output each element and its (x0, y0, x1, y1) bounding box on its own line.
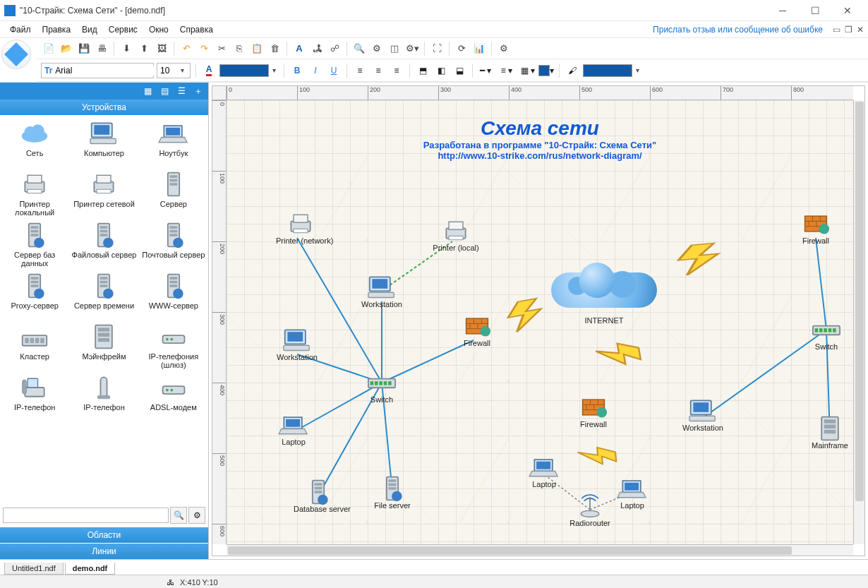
paste-button[interactable]: 📋 (249, 41, 265, 56)
node-radiorouter[interactable]: Radiorouter (565, 492, 615, 527)
mdi-restore-icon[interactable]: ❐ (845, 25, 852, 35)
node-laptop2[interactable]: Laptop (519, 453, 569, 488)
export-button[interactable]: ⬆ (136, 41, 152, 56)
device-cluster[interactable]: Кластер (0, 321, 69, 372)
new-button[interactable]: 📄 (41, 41, 56, 56)
tab-untitled[interactable]: Untitled1.ndf (4, 563, 64, 575)
device-adsl[interactable]: ADSL-модем (139, 372, 208, 423)
font-name-input[interactable] (55, 66, 161, 76)
node-laptop1[interactable]: Laptop (269, 411, 318, 446)
device-server[interactable]: Сервер (139, 169, 208, 220)
delete-button[interactable]: 🗑 (267, 41, 282, 56)
sidebar-header-areas[interactable]: Области (0, 527, 208, 543)
redo-button[interactable]: ↷ (196, 41, 212, 56)
node-ws2[interactable]: Workstation (272, 326, 322, 361)
mdi-minimize-icon[interactable]: ▭ (833, 25, 840, 35)
line-color-picker[interactable]: ▾ (583, 63, 642, 78)
device-timeserver[interactable]: Сервер времени (69, 270, 138, 321)
node-printer_net[interactable]: Printer (network) (276, 210, 325, 245)
device-cloud[interactable]: Сеть (0, 118, 69, 169)
window-close-button[interactable]: ✕ (831, 0, 864, 21)
device-proxy[interactable]: Proxy-сервер (0, 270, 69, 321)
tab-demo[interactable]: demo.ndf (65, 563, 116, 575)
valign-middle-button[interactable]: ◧ (433, 63, 449, 78)
chevron-down-icon[interactable]: ▾ (632, 66, 642, 74)
device-mainframe[interactable]: Мэйнфрейм (69, 321, 138, 372)
search-settings-button[interactable]: ⚙ (188, 507, 205, 524)
line-weight-button[interactable]: ≡ ▾ (496, 63, 517, 78)
undo-button[interactable]: ↶ (179, 41, 194, 56)
device-ipphone[interactable]: IP-телефон (0, 372, 69, 423)
settings-button[interactable]: ⚙ (496, 41, 512, 56)
text-tool-button[interactable]: A (291, 41, 307, 56)
align-left-button[interactable]: ≡ (352, 63, 368, 78)
node-ws3[interactable]: Workstation (678, 397, 728, 432)
device-wwwserver[interactable]: WWW-сервер (139, 270, 208, 321)
hatch-color-button[interactable]: ▾ (538, 63, 554, 78)
scan-button[interactable]: 🔍 (351, 41, 367, 56)
node-mainframe[interactable]: Mainframe (805, 414, 853, 450)
font-size-input[interactable] (160, 66, 177, 76)
menu-help[interactable]: Справка (174, 23, 219, 36)
image-tool-button[interactable]: 🏞 (309, 41, 325, 56)
device-pc[interactable]: Компьютер (69, 118, 138, 169)
font-size-combo[interactable]: ▾ (157, 63, 191, 78)
sidebar-view3-button[interactable]: ☰ (174, 84, 188, 98)
node-switch1[interactable]: Switch (357, 368, 406, 404)
canvas-area[interactable]: 0100200300400500600700800900 01002003004… (212, 85, 865, 556)
sidebar-view1-button[interactable]: ▦ (140, 84, 155, 98)
menu-service[interactable]: Сервис (103, 23, 143, 36)
node-switch2[interactable]: Switch (802, 316, 851, 351)
device-laptop[interactable]: Ноутбук (139, 118, 208, 169)
line-style-button[interactable]: ━ ▾ (478, 63, 493, 78)
menu-edit[interactable]: Правка (37, 23, 77, 36)
valign-bottom-button[interactable]: ⬓ (452, 63, 467, 78)
node-laptop3[interactable]: Laptop (608, 474, 657, 510)
zoom-fit-button[interactable]: ⛶ (429, 41, 445, 56)
menu-file[interactable]: Файл (4, 23, 37, 36)
sidebar-search-input[interactable] (3, 508, 169, 523)
underline-button[interactable]: U (326, 63, 342, 78)
menu-window[interactable]: Окно (143, 23, 174, 36)
font-name-combo[interactable]: Tr ▾ (41, 63, 154, 78)
menu-view[interactable]: Вид (76, 23, 103, 36)
import-button[interactable]: ⬇ (119, 41, 134, 56)
monitor-button[interactable]: 📊 (471, 41, 487, 56)
device-dbserver[interactable]: Сервер баз данных (0, 220, 69, 270)
link-tool-button[interactable]: ☍ (327, 41, 342, 56)
node-firewall2[interactable]: Firewall (791, 210, 840, 245)
node-printer_loc[interactable]: Printer (local) (431, 217, 481, 252)
sidebar-add-button[interactable]: ＋ (191, 84, 205, 98)
node-firewall3[interactable]: Firewall (569, 393, 618, 428)
export-image-button[interactable]: 🖼 (154, 41, 169, 56)
node-firewall1[interactable]: Firewall (452, 312, 502, 347)
device-printer[interactable]: Принтер локальный (0, 169, 69, 220)
save-button[interactable]: 💾 (76, 41, 92, 56)
font-color-button[interactable]: A (201, 63, 217, 78)
align-right-button[interactable]: ≡ (389, 63, 404, 78)
scrollbar-vertical[interactable] (853, 100, 864, 544)
open-button[interactable]: 📂 (59, 41, 74, 56)
scan-settings-button[interactable]: ⚙ (369, 41, 385, 56)
group-button[interactable]: ◫ (387, 41, 402, 56)
refresh-button[interactable]: ⟳ (454, 41, 469, 56)
node-file[interactable]: File server (368, 474, 417, 510)
chevron-down-icon[interactable]: ▾ (177, 66, 187, 74)
node-ws1[interactable]: Workstation (357, 273, 406, 308)
feedback-link[interactable]: Прислать отзыв или сообщение об ошибке (653, 25, 828, 35)
device-printer[interactable]: Принтер сетевой (69, 169, 138, 220)
window-minimize-button[interactable]: ─ (766, 0, 799, 21)
sidebar-header-lines[interactable]: Линии (0, 543, 208, 559)
device-mailserver[interactable]: Почтовый сервер (139, 220, 208, 270)
sidebar-view2-button[interactable]: ▤ (157, 84, 171, 98)
cut-button[interactable]: ✂ (214, 41, 229, 56)
diagram-canvas[interactable]: INTERNET Схема сети Разработана в програ… (227, 100, 853, 544)
chevron-down-icon[interactable]: ▾ (269, 66, 279, 74)
valign-top-button[interactable]: ⬒ (415, 63, 430, 78)
mdi-close-icon[interactable]: ✕ (857, 25, 864, 35)
options-button[interactable]: ⚙▾ (404, 41, 420, 56)
scrollbar-horizontal[interactable] (227, 544, 853, 556)
device-fileserver[interactable]: Файловый сервер (69, 220, 138, 270)
copy-button[interactable]: ⎘ (231, 41, 247, 56)
bold-button[interactable]: B (289, 63, 305, 78)
